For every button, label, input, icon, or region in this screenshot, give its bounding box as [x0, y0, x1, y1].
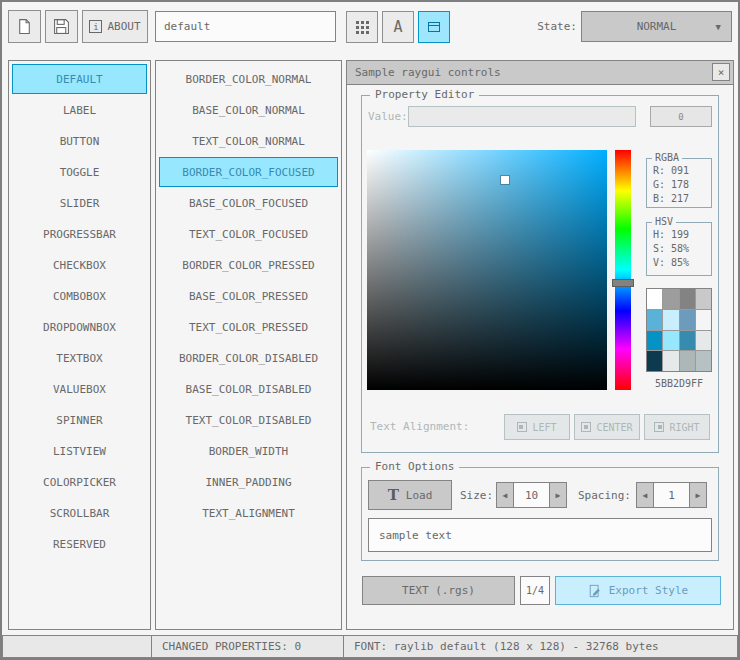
- palette-color-cell[interactable]: [696, 310, 711, 330]
- rgba-b-value: B: 217: [647, 191, 711, 205]
- palette-color-cell[interactable]: [680, 289, 695, 309]
- controls-list-item[interactable]: RESERVED: [12, 529, 147, 559]
- status-section-empty: [2, 635, 152, 658]
- properties-list-item[interactable]: BORDER_COLOR_NORMAL: [159, 64, 338, 94]
- sample-text-input[interactable]: sample text: [368, 518, 712, 552]
- properties-list-item[interactable]: BASE_COLOR_PRESSED: [159, 281, 338, 311]
- controls-list-item[interactable]: PROGRESSBAR: [12, 219, 147, 249]
- properties-list-item[interactable]: TEXT_COLOR_NORMAL: [159, 126, 338, 156]
- controls-list-item[interactable]: LABEL: [12, 95, 147, 125]
- controls-list-item[interactable]: BUTTON: [12, 126, 147, 156]
- state-dropdown[interactable]: NORMAL ▼: [581, 11, 732, 42]
- properties-list-item[interactable]: BORDER_WIDTH: [159, 436, 338, 466]
- properties-list-item[interactable]: TEXT_COLOR_FOCUSED: [159, 219, 338, 249]
- hue-slider-handle[interactable]: [612, 279, 634, 287]
- save-style-button[interactable]: [45, 10, 78, 43]
- properties-list-item[interactable]: BASE_COLOR_FOCUSED: [159, 188, 338, 218]
- font-size-increase-button[interactable]: ▶: [549, 482, 567, 508]
- properties-list-item[interactable]: BORDER_COLOR_PRESSED: [159, 250, 338, 280]
- palette-color-cell[interactable]: [680, 310, 695, 330]
- controls-list-item[interactable]: DEFAULT: [12, 64, 147, 94]
- palette-color-cell[interactable]: [680, 351, 695, 371]
- controls-list-item[interactable]: TOGGLE: [12, 157, 147, 187]
- controls-list-item[interactable]: CHECKBOX: [12, 250, 147, 280]
- property-editor-group: Property Editor Value: 0 RGBA R: 091 G: …: [361, 95, 719, 453]
- controls-list-item[interactable]: TEXTBOX: [12, 343, 147, 373]
- controls-list-item[interactable]: VALUEBOX: [12, 374, 147, 404]
- font-size-value[interactable]: 10: [513, 482, 550, 508]
- sample-controls-window: Sample raygui controls × Property Editor…: [346, 60, 734, 630]
- controls-list-item[interactable]: COMBOBOX: [12, 281, 147, 311]
- properties-list-item[interactable]: BASE_COLOR_NORMAL: [159, 95, 338, 125]
- text-t-icon: T: [388, 486, 399, 504]
- hue-bar[interactable]: [615, 150, 631, 390]
- hsv-label: HSV: [652, 216, 676, 227]
- properties-list-item[interactable]: BORDER_COLOR_FOCUSED: [159, 157, 338, 187]
- about-button-label: ABOUT: [107, 20, 140, 33]
- color-picker-cursor[interactable]: [501, 176, 509, 184]
- style-name-input[interactable]: [155, 11, 336, 42]
- palette-color-cell[interactable]: [663, 351, 678, 371]
- palette-color-cell[interactable]: [663, 289, 678, 309]
- window-title: Sample raygui controls: [355, 66, 501, 79]
- style-editor-button[interactable]: [418, 11, 450, 43]
- controls-list-item[interactable]: LISTVIEW: [12, 436, 147, 466]
- grid-view-button[interactable]: [346, 11, 378, 43]
- save-icon: [53, 18, 70, 35]
- align-left-label: LEFT: [532, 422, 556, 433]
- palette-color-cell[interactable]: [696, 351, 711, 371]
- palette-color-cell[interactable]: [696, 331, 711, 351]
- load-font-button[interactable]: T Load: [368, 480, 452, 510]
- font-spacing-value-text: 1: [668, 489, 675, 502]
- palette-color-cell[interactable]: [663, 310, 678, 330]
- palette-color-cell[interactable]: [663, 331, 678, 351]
- status-bar: CHANGED PROPERTIES: 0 FONT: raylib defau…: [2, 635, 738, 658]
- export-ratio-button[interactable]: 1/4: [520, 576, 550, 605]
- properties-list-item[interactable]: TEXT_ALIGNMENT: [159, 498, 338, 528]
- font-spacing-decrease-button[interactable]: ◀: [636, 482, 654, 508]
- export-format-button[interactable]: TEXT (.rgs): [362, 576, 515, 605]
- arrow-right-icon: ▶: [556, 491, 561, 500]
- properties-list-item[interactable]: TEXT_COLOR_DISABLED: [159, 405, 338, 435]
- color-saturation-value-picker[interactable]: [367, 150, 607, 390]
- controls-list-item[interactable]: DROPDOWNBOX: [12, 312, 147, 342]
- align-left-icon: [517, 422, 527, 432]
- properties-list-item[interactable]: INNER_PADDING: [159, 467, 338, 497]
- properties-list-item[interactable]: BASE_COLOR_DISABLED: [159, 374, 338, 404]
- align-left-button[interactable]: LEFT: [504, 414, 570, 440]
- controls-list-item[interactable]: SLIDER: [12, 188, 147, 218]
- rguistyler-app: i ABOUT A State: NORMAL ▼: [0, 0, 740, 660]
- value-button-label: 0: [678, 112, 683, 122]
- new-style-button[interactable]: [8, 10, 41, 43]
- load-font-label: Load: [406, 489, 433, 502]
- palette-color-cell[interactable]: [647, 331, 662, 351]
- palette-color-cell[interactable]: [696, 289, 711, 309]
- about-button[interactable]: i ABOUT: [82, 10, 148, 43]
- properties-list-item[interactable]: TEXT_COLOR_PRESSED: [159, 312, 338, 342]
- controls-list-item[interactable]: SPINNER: [12, 405, 147, 435]
- toolbar: i ABOUT A State: NORMAL ▼: [2, 2, 738, 52]
- properties-list-item[interactable]: BORDER_COLOR_DISABLED: [159, 343, 338, 373]
- font-spacing-increase-button[interactable]: ▶: [689, 482, 707, 508]
- palette-color-cell[interactable]: [647, 310, 662, 330]
- controls-list-item[interactable]: COLORPICKER: [12, 467, 147, 497]
- hsv-v-value: V: 85%: [647, 255, 711, 269]
- align-right-button[interactable]: RIGHT: [644, 414, 710, 440]
- close-window-button[interactable]: ×: [712, 63, 730, 81]
- controls-list-item[interactable]: SCROLLBAR: [12, 498, 147, 528]
- grid-icon: [355, 20, 370, 35]
- palette-color-cell[interactable]: [647, 351, 662, 371]
- property-editor-label: Property Editor: [370, 88, 479, 101]
- value-button[interactable]: 0: [650, 106, 712, 127]
- sample-text-value: sample text: [379, 529, 452, 542]
- palette-color-cell[interactable]: [680, 331, 695, 351]
- font-view-button[interactable]: A: [382, 11, 414, 43]
- export-style-button[interactable]: Export Style: [555, 576, 721, 605]
- new-file-icon: [16, 18, 33, 35]
- font-size-decrease-button[interactable]: ◀: [496, 482, 514, 508]
- controls-list: DEFAULTLABELBUTTONTOGGLESLIDERPROGRESSBA…: [8, 60, 151, 630]
- font-spacing-value[interactable]: 1: [653, 482, 690, 508]
- style-panel-icon: [426, 19, 442, 35]
- palette-color-cell[interactable]: [647, 289, 662, 309]
- align-center-button[interactable]: CENTER: [574, 414, 640, 440]
